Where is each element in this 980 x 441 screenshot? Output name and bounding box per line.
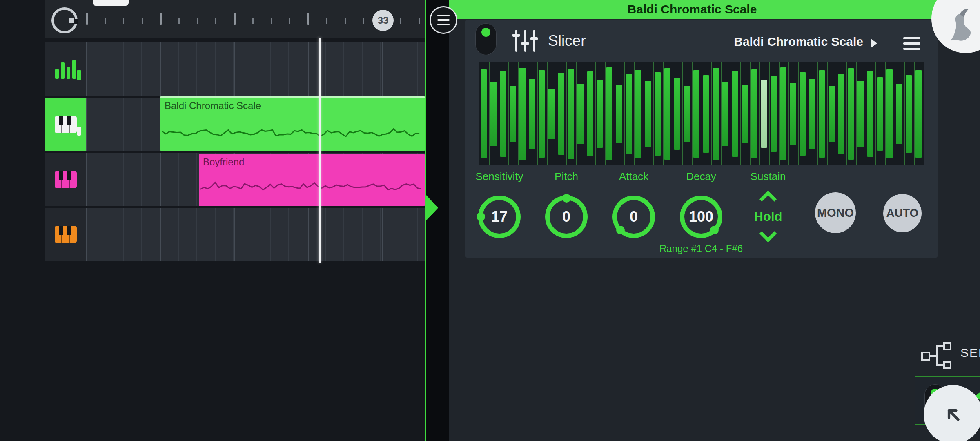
module-menu-icon[interactable] [903, 37, 920, 50]
mono-button[interactable]: MONO [815, 192, 856, 233]
logo-dot [69, 18, 74, 23]
knob-label-decay: Decay [664, 170, 738, 183]
track-button-boyfriend[interactable] [45, 153, 86, 206]
eq-icon [55, 60, 76, 79]
playhead[interactable] [319, 38, 321, 263]
slicer-icon [514, 29, 537, 53]
decay-knob[interactable]: 100 [680, 196, 722, 238]
knob-label-attack: Attack [597, 170, 670, 183]
preset-name[interactable]: Baldi Chromatic Scale [734, 35, 863, 49]
piano-icon [55, 226, 77, 243]
clip-label: Boyfriend [199, 154, 425, 168]
clip-boyfriend[interactable]: Boyfriend [199, 154, 425, 206]
back-to-corner-button[interactable] [924, 385, 980, 441]
menu-button[interactable] [430, 6, 457, 34]
track-button-drums[interactable] [45, 42, 86, 96]
clip-waveform [200, 175, 422, 198]
module-name: Slicer [548, 32, 586, 49]
sustain-mode[interactable]: Hold [731, 209, 805, 224]
sends-title: SENDS [960, 346, 980, 360]
pitch-knob[interactable]: 0 [545, 196, 588, 238]
preset-next-icon[interactable] [871, 39, 877, 48]
knob-value: 17 [491, 208, 508, 225]
module-enable-toggle[interactable] [475, 23, 497, 55]
mini-meter [77, 70, 81, 80]
bar-number-badge[interactable]: 33 [372, 10, 394, 31]
fl-studio-mobile-screen: 33 [0, 0, 980, 441]
knob-value: 0 [562, 208, 570, 225]
piano-icon [55, 171, 77, 188]
track-button-baldi[interactable] [45, 98, 86, 151]
clip-label: Baldi Chromatic Scale [160, 98, 425, 111]
knob-value: 100 [689, 208, 713, 225]
knob-label-sustain: Sustain [731, 170, 805, 183]
mascot-icon [937, 2, 980, 51]
track-lane-1[interactable] [86, 42, 425, 96]
panel-collapse-arrow-icon[interactable] [426, 195, 438, 221]
timeline-ruler[interactable] [45, 0, 425, 38]
knob-label-pitch: Pitch [530, 170, 603, 183]
waveform-display[interactable] [479, 62, 924, 165]
corner-arrow-icon [941, 402, 965, 427]
knob-value: 0 [630, 208, 638, 225]
piano-icon [55, 116, 77, 133]
slice-range-label: Range #1 C4 - F#6 [619, 243, 783, 254]
inspector-panel: Baldi Chromatic Scale Slicer Baldi Chrom… [449, 0, 980, 441]
track-row-1 [0, 42, 425, 96]
fl-mascot-button[interactable] [931, 0, 980, 53]
auto-button[interactable]: AUTO [883, 194, 922, 232]
inspector-header: Baldi Chromatic Scale [449, 0, 980, 19]
mini-meter [77, 127, 81, 136]
sends-node-icon [921, 342, 952, 369]
slicer-module-card: Slicer Baldi Chromatic Scale Sensitivity… [466, 20, 938, 258]
clip-baldi-chromatic-scale[interactable]: Baldi Chromatic Scale [160, 96, 425, 151]
knob-label-sensitivity: Sensitivity [463, 170, 536, 183]
toggle-on-dot [481, 28, 490, 37]
chevron-up-icon[interactable] [760, 191, 777, 208]
scroll-tab[interactable] [93, 0, 129, 6]
attack-knob[interactable]: 0 [612, 196, 655, 238]
record-logo-icon[interactable] [51, 7, 78, 33]
track-row-4 [0, 208, 425, 261]
playlist-panel: 33 [0, 0, 425, 441]
track-button-orange[interactable] [45, 208, 86, 261]
clip-waveform [162, 120, 422, 145]
track-lane-4[interactable] [86, 208, 425, 261]
sensitivity-knob[interactable]: 17 [478, 196, 521, 238]
chevron-down-icon[interactable] [760, 225, 777, 242]
